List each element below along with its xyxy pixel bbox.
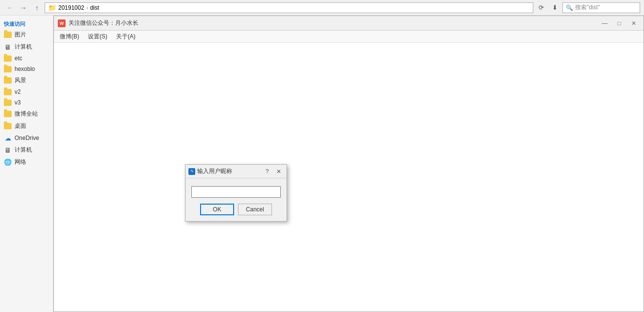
- sidebar-item-hexoblo[interactable]: hexoblo: [0, 64, 53, 74]
- sidebar-item-v2[interactable]: v2: [0, 87, 53, 97]
- sidebar-item-fengjing[interactable]: 风景: [0, 74, 53, 87]
- sidebar-item-label: 图片: [15, 31, 26, 39]
- computer-icon: 🖥: [4, 43, 12, 51]
- dialog-help-button[interactable]: ?: [262, 167, 272, 176]
- dialog-titlebar: ✎ 输入用户昵称 ? ✕: [186, 165, 287, 178]
- top-navigation-bar: ← → ↑ 📁 20191002 › dist ⟳ ⬇ 🔍 搜索"dist": [0, 0, 644, 16]
- folder-icon: [4, 66, 12, 72]
- folder-icon: [4, 123, 12, 129]
- folder-icon: [4, 89, 12, 95]
- dialog-icon: ✎: [188, 168, 195, 175]
- search-icon: 🔍: [566, 4, 573, 11]
- sidebar-item-weibo[interactable]: 微博全站: [0, 108, 53, 120]
- sidebar-item-computer[interactable]: 🖥 计算机: [0, 41, 53, 53]
- sidebar-item-label: v2: [15, 88, 21, 95]
- sidebar-item-onedrive[interactable]: ☁ OneDrive: [0, 132, 53, 144]
- folder-icon: [4, 32, 12, 38]
- content-area: W 关注微信公众号：月小水长 — □ ✕ 微博(B) 设置(S) 关于(A): [53, 16, 644, 312]
- sidebar-item-desktop[interactable]: 桌面: [0, 120, 53, 132]
- dialog-buttons: OK Cancel: [191, 204, 281, 215]
- back-button[interactable]: ←: [4, 2, 16, 14]
- dialog-body: OK Cancel: [186, 178, 287, 221]
- search-bar[interactable]: 🔍 搜索"dist": [562, 2, 640, 13]
- folder-icon-small: 📁: [48, 4, 56, 12]
- sidebar-item-label: 网络: [15, 158, 26, 166]
- breadcrumb-part1: 20191002: [58, 4, 84, 11]
- refresh-button[interactable]: ⟳: [535, 2, 547, 14]
- main-container: 快速访问 图片 🖥 计算机 etc hexoblo 风景 v2 v3: [0, 16, 644, 312]
- breadcrumb-part2: dist: [90, 4, 99, 11]
- menu-item-weibo[interactable]: 微博(B): [56, 31, 83, 42]
- folder-icon: [4, 111, 12, 117]
- folder-icon: [4, 100, 12, 106]
- weibo-app-icon: W: [58, 19, 66, 27]
- network-icon: 🌐: [4, 158, 12, 166]
- folder-icon: [4, 77, 12, 84]
- search-placeholder: 搜索"dist": [575, 3, 600, 12]
- sidebar-item-v3[interactable]: v3: [0, 97, 53, 108]
- sidebar: 快速访问 图片 🖥 计算机 etc hexoblo 风景 v2 v3: [0, 16, 53, 312]
- username-input[interactable]: [191, 186, 281, 198]
- sidebar-item-computer2[interactable]: 🖥 计算机: [0, 144, 53, 156]
- weibo-titlebar: W 关注微信公众号：月小水长 — □ ✕: [54, 16, 644, 31]
- sidebar-item-label: 计算机: [15, 43, 32, 51]
- up-button[interactable]: ↑: [31, 2, 43, 14]
- ok-button[interactable]: OK: [200, 204, 234, 215]
- quick-access-label: 快速访问: [0, 17, 53, 29]
- sidebar-item-label: OneDrive: [15, 135, 39, 141]
- weibo-menubar: 微博(B) 设置(S) 关于(A): [54, 31, 644, 43]
- sidebar-item-label: 微博全站: [15, 110, 38, 118]
- breadcrumb[interactable]: 📁 20191002 › dist: [45, 2, 533, 13]
- close-button[interactable]: ✕: [628, 18, 640, 28]
- minimize-button[interactable]: —: [599, 18, 610, 28]
- dialog-title: 输入用户昵称: [197, 167, 260, 175]
- sidebar-item-pictures[interactable]: 图片: [0, 29, 53, 41]
- weibo-content: ✎ 输入用户昵称 ? ✕ OK Cancel: [54, 43, 644, 312]
- options-button[interactable]: ⬇: [549, 2, 560, 14]
- sidebar-item-label: 计算机: [15, 146, 32, 154]
- onedrive-icon: ☁: [4, 134, 12, 142]
- input-dialog: ✎ 输入用户昵称 ? ✕ OK Cancel: [185, 164, 287, 222]
- weibo-window: W 关注微信公众号：月小水长 — □ ✕ 微博(B) 设置(S) 关于(A): [53, 16, 644, 312]
- weibo-window-title: 关注微信公众号：月小水长: [68, 19, 596, 27]
- menu-item-about[interactable]: 关于(A): [112, 31, 139, 42]
- computer-icon: 🖥: [4, 146, 12, 154]
- sidebar-item-etc[interactable]: etc: [0, 53, 53, 64]
- forward-button[interactable]: →: [17, 2, 29, 14]
- sidebar-item-label: etc: [15, 55, 22, 62]
- sidebar-item-label: v3: [15, 99, 21, 106]
- sidebar-item-label: hexoblo: [15, 66, 35, 72]
- folder-icon: [4, 55, 12, 62]
- sidebar-item-network[interactable]: 🌐 网络: [0, 156, 53, 168]
- cancel-button[interactable]: Cancel: [238, 204, 272, 215]
- maximize-button[interactable]: □: [613, 18, 625, 28]
- sidebar-item-label: 桌面: [15, 122, 26, 130]
- menu-item-settings[interactable]: 设置(S): [84, 31, 111, 42]
- dialog-close-button[interactable]: ✕: [274, 167, 284, 176]
- sidebar-item-label: 风景: [15, 76, 26, 85]
- breadcrumb-separator: ›: [86, 4, 88, 11]
